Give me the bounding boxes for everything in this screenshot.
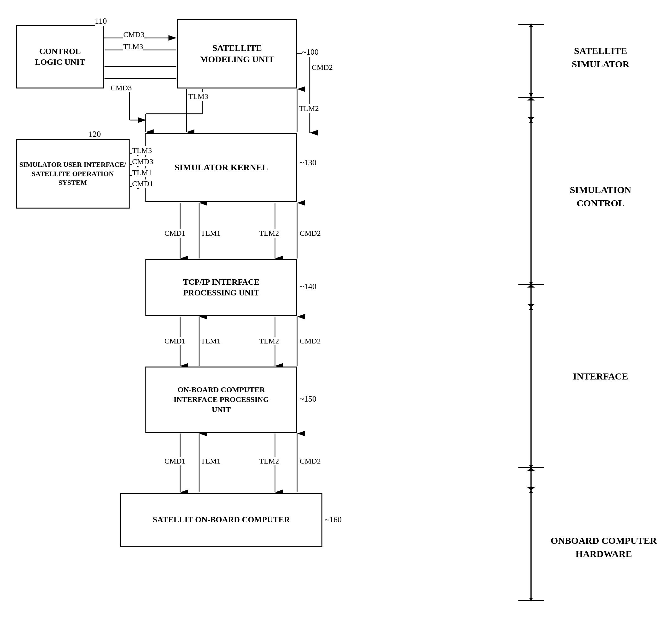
satellite-modeling-label: SATELLITEMODELING UNIT: [200, 42, 274, 66]
interface-label: INTERFACE: [550, 370, 651, 383]
svg-marker-57: [529, 490, 533, 493]
diagram: CONTROLLOGIC UNIT 110 SATELLITEMODELING …: [0, 0, 672, 625]
svg-marker-55: [527, 487, 535, 491]
svg-marker-41: [527, 117, 535, 120]
svg-marker-51: [529, 306, 533, 310]
cmd1-label-1: CMD1: [132, 179, 153, 188]
control-logic-label: CONTROLLOGIC UNIT: [35, 46, 85, 68]
satellite-modeling-block: SATELLITEMODELING UNIT: [177, 19, 297, 89]
tlm1-label-1: TLM1: [132, 169, 152, 177]
tlm3-label-1: TLM3: [123, 42, 143, 51]
control-logic-block: CONTROLLOGIC UNIT: [16, 25, 104, 89]
cmd2-label-3: CMD2: [299, 337, 321, 345]
ref-110: 110: [95, 17, 107, 26]
ref-150: ~150: [299, 394, 316, 404]
tlm3-label-2: TLM3: [188, 92, 208, 101]
ref-160: ~160: [325, 515, 342, 525]
tlm2-label-1: TLM2: [299, 104, 319, 113]
tlm1-label-3: TLM1: [201, 337, 221, 345]
svg-marker-40: [527, 97, 535, 100]
tlm2-label-2: TLM2: [259, 229, 279, 238]
onboard-computer-label: SATELLIT ON-BOARD COMPUTER: [153, 515, 290, 525]
cmd3-label-1: CMD3: [123, 30, 144, 39]
cmd2-label-2: CMD2: [299, 229, 321, 238]
ref-140: ~140: [299, 282, 316, 291]
svg-marker-54: [527, 468, 535, 471]
diagram-svg: [0, 0, 672, 625]
simulator-kernel-block: SIMULATOR KERNEL: [145, 133, 297, 202]
onboard-interface-label: ON-BOARD COMPUTERINTERFACE PROCESSINGUNI…: [173, 385, 269, 415]
svg-marker-47: [527, 284, 535, 288]
cmd3-label-3: CMD3: [132, 157, 153, 166]
onboard-interface-block: ON-BOARD COMPUTERINTERFACE PROCESSINGUNI…: [145, 367, 297, 433]
cmd2-label-4: CMD2: [299, 457, 321, 466]
simulator-user-label: SIMULATOR USER INTERFACE/SATELLITE OPERA…: [17, 160, 129, 188]
satellite-simulator-label: SATELLITESIMULATOR: [550, 44, 651, 71]
tlm3-label-3: TLM3: [132, 146, 152, 155]
tcpip-label: TCP/IP INTERFACEPROCESSING UNIT: [183, 277, 260, 298]
ref-100: ~100: [302, 47, 319, 57]
svg-marker-44: [529, 120, 533, 123]
simulation-control-label: SIMULATIONCONTROL: [550, 183, 651, 210]
tlm2-label-4: TLM2: [259, 457, 279, 466]
svg-marker-52: [529, 465, 533, 468]
simulator-kernel-label: SIMULATOR KERNEL: [174, 162, 268, 173]
tlm1-label-2: TLM1: [201, 229, 221, 238]
cmd1-label-3: CMD1: [164, 337, 186, 345]
svg-marker-36: [529, 93, 533, 97]
svg-marker-45: [529, 282, 533, 285]
cmd1-label-2: CMD1: [164, 229, 186, 238]
svg-marker-37: [529, 23, 533, 27]
svg-marker-58: [529, 598, 533, 601]
svg-marker-48: [527, 304, 535, 307]
cmd3-label-2: CMD3: [111, 84, 132, 92]
tlm2-label-3: TLM2: [259, 337, 279, 345]
cmd2-label-1: CMD2: [312, 63, 333, 72]
onboard-computer-block: SATELLIT ON-BOARD COMPUTER: [120, 493, 322, 547]
tlm1-label-4: TLM1: [201, 457, 221, 466]
cmd1-label-4: CMD1: [164, 457, 186, 466]
ref-120: 120: [89, 129, 101, 139]
onboard-hardware-label: ONBOARD COMPUTERHARDWARE: [550, 534, 657, 560]
ref-130: ~130: [299, 158, 316, 168]
simulator-user-block: SIMULATOR USER INTERFACE/SATELLITE OPERA…: [16, 139, 129, 208]
tcpip-block: TCP/IP INTERFACEPROCESSING UNIT: [145, 259, 297, 316]
